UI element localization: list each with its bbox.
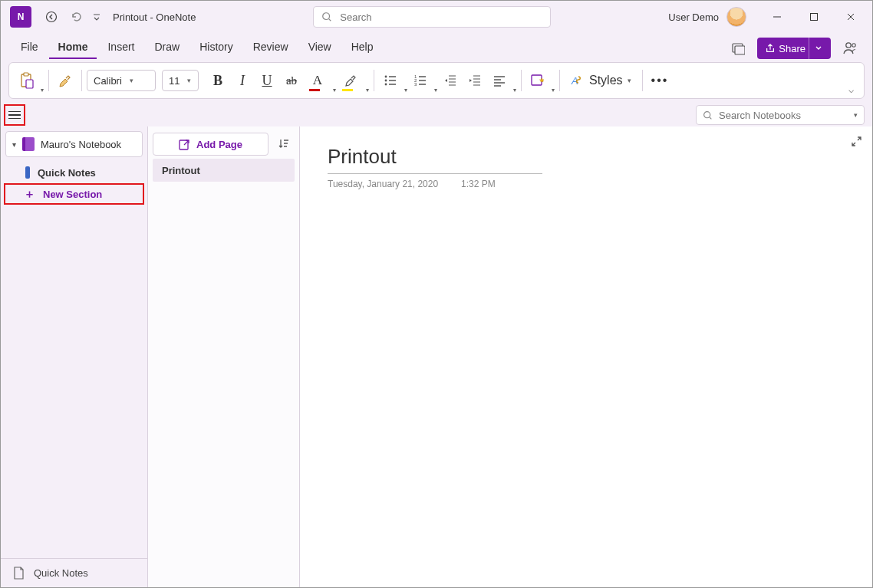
new-section-label: New Section (43, 189, 102, 200)
align-button[interactable] (488, 67, 511, 94)
font-name-value: Calibri (94, 75, 122, 87)
open-in-desktop-button[interactable] (726, 38, 749, 59)
tab-history[interactable]: History (190, 36, 242, 59)
content-area: ▾ Mauro's Notebook Quick Notes ＋ New Sec… (1, 126, 872, 587)
add-page-button[interactable]: Add Page (153, 133, 268, 156)
numbering-icon: 123 (413, 74, 427, 87)
indent-button[interactable] (463, 67, 486, 94)
svg-text:3: 3 (414, 82, 417, 87)
svg-point-0 (47, 12, 57, 22)
paste-button[interactable] (15, 67, 38, 94)
svg-rect-2 (811, 14, 818, 21)
styles-button[interactable]: A Styles ▾ (565, 67, 637, 94)
qat-customize-button[interactable] (90, 6, 104, 28)
tab-view[interactable]: View (299, 36, 341, 59)
notebook-selector[interactable]: ▾ Mauro's Notebook (5, 131, 143, 157)
fullscreen-button[interactable] (846, 131, 866, 151)
title-bar: N Printout - OneNote User Demo (1, 1, 872, 33)
page-canvas[interactable]: Printout Tuesday, January 21, 2020 1:32 … (300, 126, 872, 587)
italic-button[interactable]: I (231, 67, 254, 94)
highlight-button[interactable] (338, 67, 364, 94)
notebook-name: Mauro's Notebook (41, 139, 121, 150)
minimize-button[interactable] (760, 5, 794, 29)
tab-home[interactable]: Home (49, 36, 97, 59)
strikethrough-button[interactable]: ab (280, 67, 303, 94)
styles-label: Styles (589, 74, 623, 87)
tag-star-icon (530, 73, 545, 88)
global-search-input[interactable] (338, 11, 542, 24)
page-title[interactable]: Printout (328, 143, 542, 174)
paste-dropdown[interactable]: ▾ (41, 87, 44, 98)
underline-button[interactable]: U (255, 67, 278, 94)
customize-icon (93, 11, 100, 22)
chevron-down-icon[interactable]: ▾ (854, 111, 858, 119)
tag-button[interactable] (526, 67, 549, 94)
page-icon (13, 567, 25, 580)
page-item-printout[interactable]: Printout (153, 159, 295, 182)
section-item-quick-notes[interactable]: Quick Notes (1, 162, 147, 183)
bullet-list-button[interactable] (379, 67, 402, 94)
section-label: Quick Notes (38, 167, 96, 179)
highlight-dropdown[interactable]: ▾ (366, 87, 369, 98)
align-dropdown[interactable]: ▾ (513, 87, 516, 98)
tab-file[interactable]: File (12, 36, 48, 59)
notebook-search[interactable]: ▾ (696, 105, 865, 125)
collapse-ribbon-button[interactable]: ⌵ (842, 81, 859, 98)
plus-icon: ＋ (24, 187, 35, 202)
outdent-button[interactable] (439, 67, 462, 94)
svg-point-5 (846, 43, 851, 48)
page-list-panel: Add Page Printout (148, 126, 300, 587)
share-label: Share (779, 43, 805, 54)
search-icon (703, 110, 713, 120)
hamburger-icon (8, 111, 21, 120)
numbered-list-dropdown[interactable]: ▾ (434, 87, 437, 98)
account-manager-button[interactable] (838, 38, 861, 59)
notebook-search-input[interactable] (717, 109, 849, 122)
add-page-label: Add Page (196, 139, 242, 150)
font-name-combo[interactable]: Calibri▾ (87, 70, 156, 91)
chevron-down-icon: ▾ (12, 140, 16, 149)
chevron-down-icon (815, 45, 822, 51)
undo-button[interactable] (65, 6, 87, 28)
navigation-bar: ▾ (1, 103, 872, 126)
tab-insert[interactable]: Insert (98, 36, 143, 59)
font-size-value: 11 (169, 75, 180, 87)
bold-button[interactable]: B (206, 67, 229, 94)
styles-icon: A (571, 74, 585, 87)
share-icon (765, 43, 776, 54)
font-color-button[interactable]: A (305, 67, 331, 94)
font-size-combo[interactable]: 11▾ (162, 70, 199, 91)
back-button[interactable] (41, 6, 62, 28)
new-section-button-highlighted[interactable]: ＋ New Section (4, 183, 144, 205)
quick-notes-label: Quick Notes (34, 567, 88, 579)
notebook-icon (22, 137, 35, 151)
svg-point-6 (852, 44, 855, 47)
close-button[interactable] (834, 5, 868, 29)
tab-draw[interactable]: Draw (145, 36, 189, 59)
paintbrush-icon (58, 73, 73, 88)
numbered-list-button[interactable]: 123 (409, 67, 432, 94)
window-icon (731, 41, 745, 55)
user-name-label[interactable]: User Demo (668, 11, 719, 23)
quick-notes-footer[interactable]: Quick Notes (1, 558, 147, 587)
global-search[interactable] (313, 6, 551, 28)
svg-rect-9 (26, 80, 33, 88)
format-painter-button[interactable] (54, 67, 77, 94)
share-button[interactable]: Share (757, 38, 831, 59)
svg-point-18 (704, 111, 710, 117)
app-icon: N (10, 6, 31, 28)
maximize-button[interactable] (797, 5, 831, 29)
page-time[interactable]: 1:32 PM (461, 179, 496, 189)
font-color-dropdown[interactable]: ▾ (333, 87, 336, 98)
sort-icon (278, 138, 290, 150)
tab-review[interactable]: Review (244, 36, 298, 59)
more-commands-button[interactable]: ••• (647, 67, 673, 94)
user-avatar[interactable] (726, 7, 746, 27)
page-date[interactable]: Tuesday, January 21, 2020 (328, 179, 438, 189)
sort-pages-button[interactable] (273, 133, 295, 156)
tab-help[interactable]: Help (342, 36, 383, 59)
tag-dropdown[interactable]: ▾ (552, 87, 555, 98)
bullet-list-dropdown[interactable]: ▾ (404, 87, 407, 98)
share-dropdown[interactable] (809, 38, 828, 59)
navigation-toggle-highlighted[interactable] (4, 104, 25, 126)
